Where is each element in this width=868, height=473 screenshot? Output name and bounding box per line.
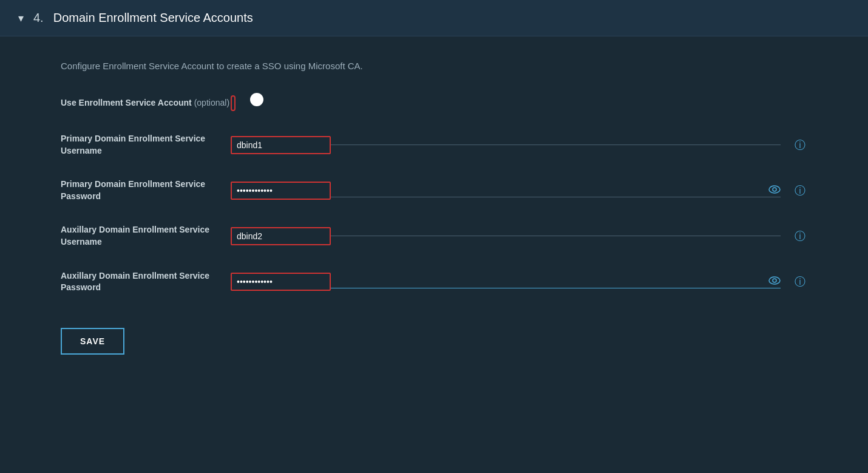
primary-password-control (231, 182, 781, 200)
auxiliary-password-info-icon[interactable]: ⓘ (793, 274, 807, 289)
use-enrollment-row: Use Enrollment Service Account (optional… (61, 95, 807, 111)
description-text: Configure Enrollment Service Account to … (61, 61, 807, 71)
save-button-wrapper: SAVE (61, 328, 124, 355)
auxiliary-username-input[interactable] (231, 227, 331, 245)
primary-password-eye-icon[interactable] (768, 184, 781, 197)
primary-username-input[interactable] (231, 136, 331, 154)
svg-point-0 (769, 186, 780, 193)
auxiliary-password-row: Auxillary Domain Enrollment Service Pass… (61, 270, 807, 294)
primary-password-info-icon[interactable]: ⓘ (793, 183, 807, 198)
primary-username-row: Primary Domain Enrollment Service Userna… (61, 133, 807, 157)
auxiliary-password-control (231, 273, 781, 291)
section-title: Domain Enrollment Service Accounts (53, 11, 253, 25)
svg-point-2 (769, 277, 780, 284)
input-line (331, 145, 781, 145)
auxiliary-password-label: Auxillary Domain Enrollment Service Pass… (61, 270, 231, 294)
section-number: 4. (33, 11, 44, 25)
chevron-icon[interactable]: ▾ (18, 12, 24, 25)
auxiliary-password-input[interactable] (231, 273, 331, 291)
use-enrollment-label: Use Enrollment Service Account (optional… (61, 97, 231, 109)
auxiliary-username-label: Auxillary Domain Enrollment Service User… (61, 224, 231, 248)
section-header: ▾ 4. Domain Enrollment Service Accounts (0, 0, 868, 36)
auxiliary-username-control (231, 227, 781, 245)
main-content: Configure Enrollment Service Account to … (0, 36, 868, 379)
auxiliary-password-eye-icon[interactable] (768, 275, 781, 288)
primary-username-label: Primary Domain Enrollment Service Userna… (61, 133, 231, 157)
primary-password-row: Primary Domain Enrollment Service Passwo… (61, 179, 807, 202)
auxiliary-username-row: Auxillary Domain Enrollment Service User… (61, 224, 807, 248)
toggle-border (231, 95, 236, 111)
svg-point-3 (773, 279, 776, 282)
svg-point-1 (773, 188, 776, 191)
save-button[interactable]: SAVE (62, 329, 123, 353)
primary-password-label: Primary Domain Enrollment Service Passwo… (61, 179, 231, 202)
primary-password-input[interactable] (231, 182, 331, 200)
auxiliary-username-info-icon[interactable]: ⓘ (793, 229, 807, 243)
primary-username-control (231, 136, 781, 154)
primary-username-info-icon[interactable]: ⓘ (793, 138, 807, 152)
input-line-aux (331, 236, 781, 236)
